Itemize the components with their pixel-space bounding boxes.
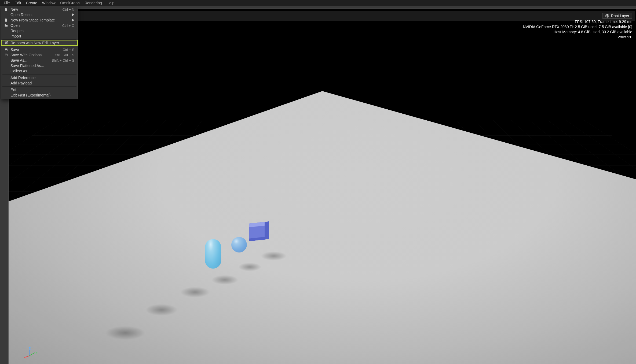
viewport-stats: Root Layer FPS: 107.60, Frame time: 9.29… (523, 13, 633, 39)
file-menu-item[interactable]: Reopen (1, 28, 78, 34)
shadow (145, 304, 178, 316)
menu-item-label: Open Recent (10, 13, 70, 17)
file-menu-item[interactable]: Save Flattened As... (1, 63, 78, 68)
menu-item-label: Save As... (10, 58, 49, 62)
save-icon (4, 53, 8, 57)
menu-item-label: Add Payload (10, 81, 74, 85)
menu-item-label: Exit Fast (Experimental) (10, 93, 74, 97)
file-menu-item[interactable]: Add Reference (1, 75, 78, 80)
menu-item-label: Import (10, 34, 74, 38)
menu-item-label: Save With Options (10, 53, 53, 57)
menu-separator (2, 46, 76, 46)
menu-item-label: Save Flattened As... (10, 64, 74, 68)
file-menu-item[interactable]: Collect As... (1, 68, 78, 74)
save-icon (4, 48, 8, 51)
file-menu-item[interactable]: NewCtrl + N (1, 7, 78, 12)
axis-y-label: Y (36, 351, 38, 354)
menu-item-label: Exit (10, 88, 74, 92)
file-menu-item[interactable]: Save With OptionsCtrl + Alt + S (1, 52, 78, 58)
file-menu-item[interactable]: Exit Fast (Experimental) (1, 92, 78, 98)
menu-rendering[interactable]: Rendering (82, 0, 104, 6)
menu-help[interactable]: Help (104, 0, 116, 6)
svg-rect-1 (5, 50, 7, 51)
menu-item-label: New (10, 7, 60, 12)
menu-item-accelerator: Ctrl + S (63, 48, 74, 52)
svg-rect-3 (5, 55, 7, 56)
menu-item-label: Re-open with New Edit Layer (10, 41, 74, 45)
prim-cube[interactable] (249, 221, 269, 241)
menubar: File Edit Create Window OmniGraph Render… (0, 0, 636, 6)
file-menu-item[interactable]: Save As...Shift + Ctrl + S (1, 58, 78, 63)
file-icon (4, 8, 8, 11)
stat-res: 1280x720 (616, 35, 632, 39)
menu-separator (2, 86, 76, 87)
menu-edit[interactable]: Edit (13, 0, 23, 6)
menu-item-accelerator: Ctrl + N (63, 8, 74, 12)
menu-create[interactable]: Create (24, 0, 39, 6)
chevron-right-icon (72, 13, 74, 16)
svg-rect-2 (5, 54, 7, 55)
prim-capsule[interactable] (205, 239, 221, 269)
menu-omnigraph[interactable]: OmniGraph (58, 0, 82, 6)
file-menu-item[interactable]: Import (1, 34, 78, 39)
shadow (261, 251, 287, 261)
root-layer-chip[interactable]: Root Layer (602, 13, 632, 19)
stat-gpu: NVIDIA GeForce RTX 2080 Ti: 2.5 GiB used… (523, 25, 633, 29)
stat-fps: FPS: 107.60, Frame time: 9.29 ms (575, 20, 632, 24)
menu-separator (2, 74, 76, 75)
workspace: Root Layer FPS: 107.60, Frame time: 9.29… (0, 6, 636, 364)
axis-gizmo[interactable]: Z Y X (25, 348, 35, 358)
stat-mem: Host Memory: 4.8 GiB used, 33.2 GiB avai… (554, 30, 632, 34)
menu-item-label: Save (10, 47, 60, 52)
file-menu-item[interactable]: New From Stage Template (1, 17, 78, 23)
menu-separator (2, 39, 76, 40)
file-menu-dropdown: NewCtrl + NOpen RecentNew From Stage Tem… (1, 6, 78, 99)
menu-item-accelerator: Ctrl + Alt + S (55, 53, 74, 57)
menu-item-accelerator: Ctrl + O (62, 24, 74, 28)
file-menu-item[interactable]: Open Recent (1, 12, 78, 17)
external-icon (4, 41, 8, 45)
folder-icon (4, 24, 8, 27)
shadow (105, 326, 145, 340)
shadow (180, 287, 210, 298)
app-root: File Edit Create Window OmniGraph Render… (0, 0, 636, 364)
axis-x-label: X (25, 356, 27, 359)
layers-icon (605, 14, 609, 18)
file-menu-item[interactable]: OpenCtrl + O (1, 23, 78, 28)
file-menu-item[interactable]: SaveCtrl + S (1, 47, 78, 52)
menu-item-label: Add Reference (10, 76, 74, 80)
viewport[interactable]: Root Layer FPS: 107.60, Frame time: 9.29… (8, 8, 636, 364)
root-layer-label: Root Layer (611, 14, 629, 18)
file-menu-item[interactable]: Add Payload (1, 80, 78, 86)
menu-item-label: Open (10, 23, 60, 28)
menu-item-label: New From Stage Template (10, 18, 70, 22)
menu-item-label: Reopen (10, 29, 74, 33)
axis-z-label: Z (29, 347, 31, 350)
menu-window[interactable]: Window (40, 0, 58, 6)
prim-sphere[interactable] (231, 237, 247, 252)
file-menu-item[interactable]: Exit (1, 87, 78, 92)
file-icon (4, 18, 8, 22)
shadow (211, 275, 238, 285)
menu-item-accelerator: Shift + Ctrl + S (52, 58, 74, 62)
svg-rect-0 (5, 49, 7, 49)
chevron-right-icon (72, 19, 74, 21)
shadow (238, 263, 261, 271)
menu-file[interactable]: File (2, 0, 12, 6)
menu-item-label: Collect As... (10, 69, 74, 73)
file-menu-item[interactable]: Re-open with New Edit Layer (1, 40, 78, 46)
